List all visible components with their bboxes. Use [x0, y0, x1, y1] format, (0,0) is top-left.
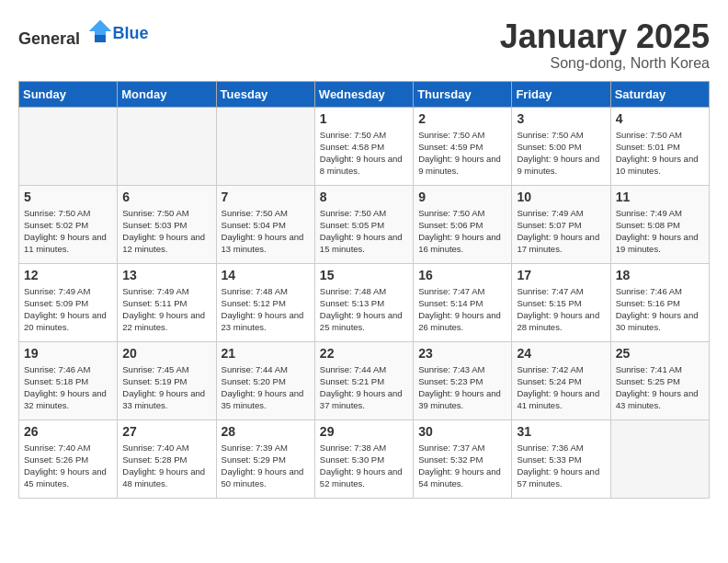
calendar-week-row: 19Sunrise: 7:46 AM Sunset: 5:18 PM Dayli…	[19, 341, 710, 419]
day-number: 10	[517, 190, 605, 204]
day-info: Sunrise: 7:49 AM Sunset: 5:11 PM Dayligh…	[122, 285, 210, 334]
calendar-week-row: 1Sunrise: 7:50 AM Sunset: 4:58 PM Daylig…	[19, 107, 710, 185]
calendar-cell	[118, 107, 216, 185]
day-number: 9	[418, 190, 506, 204]
calendar-cell: 8Sunrise: 7:50 AM Sunset: 5:05 PM Daylig…	[314, 185, 413, 263]
day-number: 16	[418, 268, 506, 282]
day-info: Sunrise: 7:49 AM Sunset: 5:08 PM Dayligh…	[616, 207, 704, 256]
day-number: 26	[24, 424, 112, 439]
day-number: 29	[320, 424, 408, 439]
calendar-cell: 12Sunrise: 7:49 AM Sunset: 5:09 PM Dayli…	[19, 263, 118, 341]
day-number: 24	[517, 346, 605, 361]
calendar-cell: 4Sunrise: 7:50 AM Sunset: 5:01 PM Daylig…	[610, 107, 709, 185]
day-number: 17	[517, 268, 605, 282]
logo-blue: Blue	[113, 24, 149, 42]
day-number: 14	[222, 268, 310, 282]
calendar-title: January 2025	[500, 18, 710, 55]
calendar-cell: 15Sunrise: 7:48 AM Sunset: 5:13 PM Dayli…	[314, 263, 413, 341]
day-number: 4	[616, 111, 704, 126]
weekday-header: Sunday	[19, 81, 118, 107]
day-number: 15	[320, 268, 408, 282]
day-number: 20	[122, 346, 210, 361]
logo-general: General	[18, 29, 80, 48]
calendar-cell: 23Sunrise: 7:43 AM Sunset: 5:23 PM Dayli…	[414, 341, 512, 419]
day-number: 28	[222, 424, 310, 439]
day-info: Sunrise: 7:49 AM Sunset: 5:09 PM Dayligh…	[24, 285, 112, 334]
header: General Blue January 2025 Song-dong, Nor…	[18, 18, 710, 72]
calendar-cell: 19Sunrise: 7:46 AM Sunset: 5:18 PM Dayli…	[19, 341, 118, 419]
day-info: Sunrise: 7:50 AM Sunset: 5:01 PM Dayligh…	[616, 129, 704, 178]
day-info: Sunrise: 7:50 AM Sunset: 5:00 PM Dayligh…	[517, 129, 605, 178]
calendar-cell: 5Sunrise: 7:50 AM Sunset: 5:02 PM Daylig…	[19, 185, 118, 263]
day-info: Sunrise: 7:44 AM Sunset: 5:20 PM Dayligh…	[222, 363, 310, 412]
day-number: 21	[222, 346, 310, 361]
day-info: Sunrise: 7:44 AM Sunset: 5:21 PM Dayligh…	[320, 363, 408, 412]
weekday-header: Saturday	[610, 81, 709, 107]
svg-marker-1	[89, 20, 111, 35]
day-info: Sunrise: 7:48 AM Sunset: 5:13 PM Dayligh…	[320, 285, 408, 334]
day-number: 8	[320, 190, 408, 204]
day-info: Sunrise: 7:43 AM Sunset: 5:23 PM Dayligh…	[418, 363, 506, 412]
calendar-week-row: 12Sunrise: 7:49 AM Sunset: 5:09 PM Dayli…	[19, 263, 710, 341]
day-number: 30	[418, 424, 506, 439]
day-number: 18	[616, 268, 704, 282]
calendar-subtitle: Song-dong, North Korea	[500, 55, 710, 72]
calendar-cell: 28Sunrise: 7:39 AM Sunset: 5:29 PM Dayli…	[216, 419, 314, 498]
calendar-cell: 11Sunrise: 7:49 AM Sunset: 5:08 PM Dayli…	[610, 185, 709, 263]
calendar-cell: 14Sunrise: 7:48 AM Sunset: 5:12 PM Dayli…	[216, 263, 314, 341]
calendar-table: SundayMondayTuesdayWednesdayThursdayFrid…	[18, 81, 710, 499]
day-info: Sunrise: 7:38 AM Sunset: 5:30 PM Dayligh…	[320, 442, 408, 490]
calendar-cell: 31Sunrise: 7:36 AM Sunset: 5:33 PM Dayli…	[512, 419, 610, 498]
calendar-cell: 16Sunrise: 7:47 AM Sunset: 5:14 PM Dayli…	[414, 263, 512, 341]
day-info: Sunrise: 7:42 AM Sunset: 5:24 PM Dayligh…	[517, 363, 605, 412]
day-number: 27	[122, 424, 210, 439]
day-info: Sunrise: 7:36 AM Sunset: 5:33 PM Dayligh…	[517, 442, 605, 490]
day-number: 31	[517, 424, 605, 439]
calendar-cell: 3Sunrise: 7:50 AM Sunset: 5:00 PM Daylig…	[512, 107, 610, 185]
day-info: Sunrise: 7:50 AM Sunset: 5:02 PM Dayligh…	[24, 207, 112, 256]
calendar-cell: 13Sunrise: 7:49 AM Sunset: 5:11 PM Dayli…	[118, 263, 216, 341]
day-number: 25	[616, 346, 704, 361]
day-number: 3	[517, 111, 605, 126]
day-info: Sunrise: 7:50 AM Sunset: 5:03 PM Dayligh…	[122, 207, 210, 256]
calendar-cell: 25Sunrise: 7:41 AM Sunset: 5:25 PM Dayli…	[610, 341, 709, 419]
calendar-week-row: 5Sunrise: 7:50 AM Sunset: 5:02 PM Daylig…	[19, 185, 710, 263]
calendar-cell: 20Sunrise: 7:45 AM Sunset: 5:19 PM Dayli…	[118, 341, 216, 419]
day-info: Sunrise: 7:45 AM Sunset: 5:19 PM Dayligh…	[122, 363, 210, 412]
calendar-cell: 29Sunrise: 7:38 AM Sunset: 5:30 PM Dayli…	[314, 419, 413, 498]
day-number: 1	[320, 111, 408, 126]
day-number: 11	[616, 190, 704, 204]
day-info: Sunrise: 7:50 AM Sunset: 5:05 PM Dayligh…	[320, 207, 408, 256]
weekday-header: Monday	[118, 81, 216, 107]
day-info: Sunrise: 7:50 AM Sunset: 4:58 PM Dayligh…	[320, 129, 408, 178]
day-number: 5	[24, 190, 112, 204]
day-number: 19	[24, 346, 112, 361]
day-info: Sunrise: 7:46 AM Sunset: 5:18 PM Dayligh…	[24, 363, 112, 412]
day-number: 2	[418, 111, 506, 126]
calendar-cell	[216, 107, 314, 185]
weekday-header: Tuesday	[216, 81, 314, 107]
calendar-cell: 17Sunrise: 7:47 AM Sunset: 5:15 PM Dayli…	[512, 263, 610, 341]
day-info: Sunrise: 7:49 AM Sunset: 5:07 PM Dayligh…	[517, 207, 605, 256]
calendar-cell: 22Sunrise: 7:44 AM Sunset: 5:21 PM Dayli…	[314, 341, 413, 419]
day-number: 13	[122, 268, 210, 282]
calendar-cell: 10Sunrise: 7:49 AM Sunset: 5:07 PM Dayli…	[512, 185, 610, 263]
calendar-cell: 24Sunrise: 7:42 AM Sunset: 5:24 PM Dayli…	[512, 341, 610, 419]
day-info: Sunrise: 7:47 AM Sunset: 5:15 PM Dayligh…	[517, 285, 605, 334]
logo-icon	[87, 18, 113, 44]
day-info: Sunrise: 7:47 AM Sunset: 5:14 PM Dayligh…	[418, 285, 506, 334]
weekday-header: Thursday	[414, 81, 512, 107]
calendar-cell: 9Sunrise: 7:50 AM Sunset: 5:06 PM Daylig…	[414, 185, 512, 263]
day-info: Sunrise: 7:40 AM Sunset: 5:28 PM Dayligh…	[122, 442, 210, 490]
calendar-cell: 27Sunrise: 7:40 AM Sunset: 5:28 PM Dayli…	[118, 419, 216, 498]
weekday-header: Wednesday	[314, 81, 413, 107]
day-number: 7	[222, 190, 310, 204]
day-info: Sunrise: 7:50 AM Sunset: 4:59 PM Dayligh…	[418, 129, 506, 178]
calendar-cell: 2Sunrise: 7:50 AM Sunset: 4:59 PM Daylig…	[414, 107, 512, 185]
day-info: Sunrise: 7:39 AM Sunset: 5:29 PM Dayligh…	[222, 442, 310, 490]
day-number: 22	[320, 346, 408, 361]
calendar-cell: 1Sunrise: 7:50 AM Sunset: 4:58 PM Daylig…	[314, 107, 413, 185]
weekday-header-row: SundayMondayTuesdayWednesdayThursdayFrid…	[19, 81, 710, 107]
day-info: Sunrise: 7:50 AM Sunset: 5:06 PM Dayligh…	[418, 207, 506, 256]
day-info: Sunrise: 7:41 AM Sunset: 5:25 PM Dayligh…	[616, 363, 704, 412]
